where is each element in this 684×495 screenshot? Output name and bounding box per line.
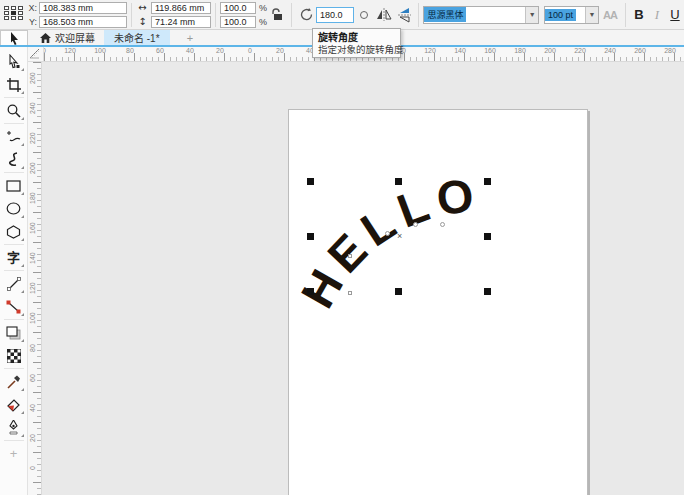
tooltip-description: 指定对象的旋转角度 [318,44,395,56]
polygon-tool[interactable] [2,220,26,243]
crop-tool[interactable] [2,73,26,96]
h-ruler-label: 100 [88,47,112,54]
scale-y-percent: % [259,17,267,27]
tab-untitled-document[interactable]: 未命名 -1* [104,30,170,45]
lock-ratio-button[interactable] [267,5,287,25]
new-document-tab-button[interactable]: + [182,31,198,45]
font-size-value: 100 pt [545,9,576,21]
v-ruler-label: 80 [28,336,37,360]
font-size-dropdown-arrow[interactable]: ▼ [585,7,598,23]
object-height-icon: ↕ [136,16,149,27]
tab-welcome-screen[interactable]: 欢迎屏幕 [30,30,105,45]
rotation-tooltip: 旋转角度 指定对象的旋转角度 [312,28,401,58]
v-ruler-label: 200 [28,156,37,180]
v-ruler-label: 40 [28,396,37,420]
v-ruler-label: 0 [28,456,37,480]
h-ruler-label: 80 [118,47,142,54]
add-tool-button[interactable]: + [2,442,26,465]
object-origin-selector[interactable] [4,6,24,23]
object-width-input[interactable]: 119.866 mm [151,2,211,14]
h-ruler-label: 220 [568,47,592,54]
scale-y-input[interactable]: 100.0 [220,16,256,28]
toolbox: 字+ [0,47,28,495]
text-tool[interactable]: 字 [2,246,26,269]
selection-handle[interactable] [484,288,491,295]
v-ruler-label: 220 [28,126,37,150]
h-ruler-label: 60 [148,47,172,54]
selection-handle[interactable] [307,288,314,295]
v-ruler-label: 140 [28,246,37,270]
transparency-tool[interactable] [2,344,26,367]
h-ruler-label: 240 [598,47,622,54]
h-ruler-label: 20 [208,47,232,54]
bold-button[interactable]: B [630,5,648,25]
x-position-input[interactable]: 108.383 mm [39,2,127,14]
property-bar: X: 108.383 mm Y: 168.503 mm ↔ 119.866 mm… [0,0,684,30]
ellipse-tool[interactable] [2,197,26,220]
mirror-horizontal-button[interactable] [374,5,394,25]
selection-handle[interactable] [484,233,491,240]
v-ruler-label: 240 [28,96,37,120]
outline-pen-tool[interactable] [2,416,26,439]
rectangle-tool[interactable] [2,174,26,197]
font-resize-icon: AA [603,9,617,21]
rotation-angle-input[interactable]: 180.0 [316,7,354,23]
rotation-direction-icon[interactable] [354,5,374,25]
font-family-dropdown-arrow[interactable]: ▼ [525,7,538,23]
v-ruler-label: 120 [28,276,37,300]
smart-fill-tool[interactable] [2,393,26,416]
tab-document-label: 未命名 -1* [114,30,160,45]
ruler-origin-corner[interactable] [28,47,44,62]
eyedropper-tool[interactable] [2,370,26,393]
font-family-select[interactable]: 思源黑体 ▼ [423,6,539,24]
drawing-workspace[interactable] [42,47,684,495]
document-page[interactable] [288,109,588,495]
h-ruler-label: 180 [508,47,532,54]
h-ruler-label: 40 [178,47,202,54]
font-size-select[interactable]: 100 pt ▼ [544,6,599,24]
object-height-input[interactable]: 71.24 mm [151,16,211,28]
h-ruler-label: 140 [44,47,52,54]
v-ruler-label: 260 [28,66,37,90]
tooltip-title: 旋转角度 [318,31,395,44]
line-tool[interactable] [2,272,26,295]
scale-x-input[interactable]: 100.0 [220,2,256,14]
v-ruler-label: 100 [28,306,37,330]
selection-handle[interactable] [395,178,402,185]
h-ruler-label: 120 [418,47,442,54]
mirror-vertical-button[interactable] [394,5,414,25]
shape-tool[interactable] [2,50,26,73]
h-ruler-label: 20 [268,47,292,54]
connector-tool[interactable] [2,295,26,318]
zoom-tool[interactable] [2,99,26,122]
tab-welcome-label: 欢迎屏幕 [55,30,95,45]
selection-handle[interactable] [395,288,402,295]
rotation-icon [296,5,316,25]
freehand-tool[interactable] [2,125,26,148]
v-ruler-label: 180 [28,186,37,210]
selection-handle[interactable] [307,178,314,185]
drop-shadow-tool[interactable] [2,321,26,344]
vertical-ruler[interactable]: 260240220200180160140120100806040200 [28,62,42,495]
underline-button[interactable]: U [666,5,684,25]
y-label: Y: [27,17,37,27]
v-ruler-label: 20 [28,426,37,450]
selection-handle[interactable] [484,178,491,185]
v-ruler-label: 160 [28,216,37,240]
x-label: X: [27,3,37,13]
h-ruler-label: 0 [238,47,262,54]
selection-handle[interactable] [307,233,314,240]
italic-button[interactable]: I [648,5,666,25]
artistic-media-tool[interactable] [2,148,26,171]
h-ruler-label: 280 [658,47,682,54]
y-position-input[interactable]: 168.503 mm [39,16,127,28]
h-ruler-label: 160 [478,47,502,54]
h-ruler-label: 120 [58,47,82,54]
font-family-value: 思源黑体 [424,7,466,22]
scale-x-percent: % [259,3,267,13]
h-ruler-label: 140 [448,47,472,54]
h-ruler-label: 260 [628,47,652,54]
h-ruler-label: 200 [538,47,562,54]
selection-center-mark[interactable]: × [397,231,402,241]
pick-cursor-icon [9,32,20,45]
